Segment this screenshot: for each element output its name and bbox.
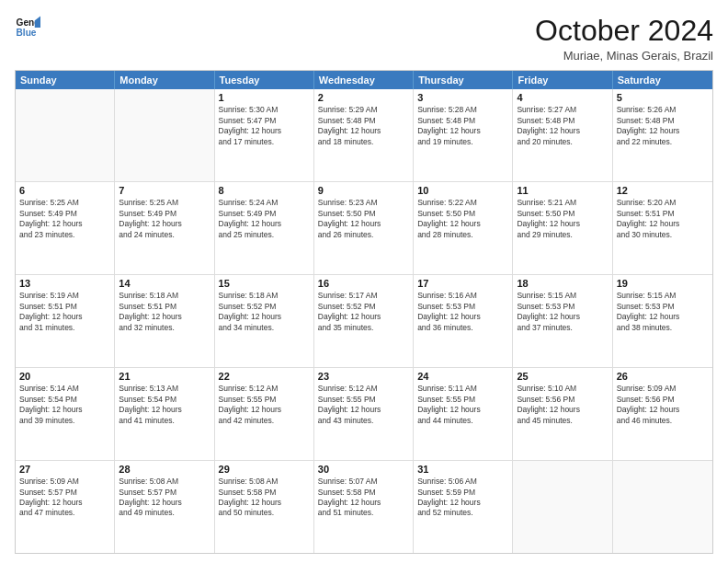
calendar-cell: 30Sunrise: 5:07 AM Sunset: 5:58 PM Dayli… bbox=[314, 461, 414, 553]
day-number: 11 bbox=[517, 185, 608, 196]
calendar-cell: 3Sunrise: 5:28 AM Sunset: 5:48 PM Daylig… bbox=[414, 89, 513, 181]
cell-info: Sunrise: 5:23 AM Sunset: 5:50 PM Dayligh… bbox=[318, 198, 409, 240]
calendar-cell bbox=[613, 461, 712, 553]
calendar-cell: 8Sunrise: 5:24 AM Sunset: 5:49 PM Daylig… bbox=[215, 182, 314, 274]
cell-info: Sunrise: 5:09 AM Sunset: 5:57 PM Dayligh… bbox=[19, 477, 110, 519]
calendar-cell: 2Sunrise: 5:29 AM Sunset: 5:48 PM Daylig… bbox=[314, 89, 414, 181]
logo-icon: General Blue bbox=[15, 15, 40, 40]
calendar-cell: 25Sunrise: 5:10 AM Sunset: 5:56 PM Dayli… bbox=[513, 368, 612, 460]
day-number: 28 bbox=[119, 464, 210, 475]
cell-info: Sunrise: 5:09 AM Sunset: 5:56 PM Dayligh… bbox=[617, 384, 709, 426]
calendar-cell: 24Sunrise: 5:11 AM Sunset: 5:55 PM Dayli… bbox=[414, 368, 513, 460]
calendar-cell bbox=[16, 89, 115, 181]
calendar-cell: 4Sunrise: 5:27 AM Sunset: 5:48 PM Daylig… bbox=[513, 89, 612, 181]
calendar-cell: 17Sunrise: 5:16 AM Sunset: 5:53 PM Dayli… bbox=[414, 275, 513, 367]
calendar-cell: 21Sunrise: 5:13 AM Sunset: 5:54 PM Dayli… bbox=[115, 368, 214, 460]
cell-info: Sunrise: 5:16 AM Sunset: 5:53 PM Dayligh… bbox=[417, 291, 508, 333]
header-sunday: Sunday bbox=[16, 71, 115, 89]
calendar-cell: 26Sunrise: 5:09 AM Sunset: 5:56 PM Dayli… bbox=[613, 368, 712, 460]
day-number: 22 bbox=[219, 371, 310, 382]
cell-info: Sunrise: 5:30 AM Sunset: 5:47 PM Dayligh… bbox=[219, 105, 310, 147]
cell-info: Sunrise: 5:25 AM Sunset: 5:49 PM Dayligh… bbox=[119, 198, 210, 240]
cell-info: Sunrise: 5:14 AM Sunset: 5:54 PM Dayligh… bbox=[19, 384, 110, 426]
day-number: 19 bbox=[617, 278, 709, 289]
calendar-cell: 10Sunrise: 5:22 AM Sunset: 5:50 PM Dayli… bbox=[414, 182, 513, 274]
day-number: 13 bbox=[19, 278, 110, 289]
header-saturday: Saturday bbox=[613, 71, 712, 89]
day-number: 31 bbox=[417, 464, 508, 475]
day-number: 23 bbox=[318, 371, 409, 382]
cell-info: Sunrise: 5:29 AM Sunset: 5:48 PM Dayligh… bbox=[318, 105, 409, 147]
title-block: October 2024 Muriae, Minas Gerais, Brazi… bbox=[535, 15, 713, 63]
cell-info: Sunrise: 5:13 AM Sunset: 5:54 PM Dayligh… bbox=[119, 384, 210, 426]
day-number: 15 bbox=[219, 278, 310, 289]
cell-info: Sunrise: 5:06 AM Sunset: 5:59 PM Dayligh… bbox=[417, 477, 508, 519]
cell-info: Sunrise: 5:28 AM Sunset: 5:48 PM Dayligh… bbox=[417, 105, 508, 147]
calendar-cell: 7Sunrise: 5:25 AM Sunset: 5:49 PM Daylig… bbox=[115, 182, 214, 274]
calendar-header: Sunday Monday Tuesday Wednesday Thursday… bbox=[16, 71, 712, 89]
calendar-cell: 15Sunrise: 5:18 AM Sunset: 5:52 PM Dayli… bbox=[215, 275, 314, 367]
cell-info: Sunrise: 5:17 AM Sunset: 5:52 PM Dayligh… bbox=[318, 291, 409, 333]
header-monday: Monday bbox=[115, 71, 214, 89]
calendar-row-5: 27Sunrise: 5:09 AM Sunset: 5:57 PM Dayli… bbox=[16, 460, 712, 553]
header-friday: Friday bbox=[513, 71, 612, 89]
header-thursday: Thursday bbox=[414, 71, 513, 89]
calendar-body: 1Sunrise: 5:30 AM Sunset: 5:47 PM Daylig… bbox=[16, 89, 712, 553]
calendar-row-1: 1Sunrise: 5:30 AM Sunset: 5:47 PM Daylig… bbox=[16, 89, 712, 181]
svg-text:Blue: Blue bbox=[17, 28, 37, 38]
cell-info: Sunrise: 5:25 AM Sunset: 5:49 PM Dayligh… bbox=[19, 198, 110, 240]
month-title: October 2024 bbox=[535, 15, 713, 47]
location: Muriae, Minas Gerais, Brazil bbox=[535, 49, 713, 63]
logo: General Blue bbox=[15, 15, 40, 40]
day-number: 6 bbox=[19, 185, 110, 196]
calendar-cell: 20Sunrise: 5:14 AM Sunset: 5:54 PM Dayli… bbox=[16, 368, 115, 460]
calendar: Sunday Monday Tuesday Wednesday Thursday… bbox=[15, 70, 713, 554]
cell-info: Sunrise: 5:11 AM Sunset: 5:55 PM Dayligh… bbox=[417, 384, 508, 426]
calendar-cell: 12Sunrise: 5:20 AM Sunset: 5:51 PM Dayli… bbox=[613, 182, 712, 274]
cell-info: Sunrise: 5:21 AM Sunset: 5:50 PM Dayligh… bbox=[517, 198, 608, 240]
header-wednesday: Wednesday bbox=[314, 71, 414, 89]
cell-info: Sunrise: 5:19 AM Sunset: 5:51 PM Dayligh… bbox=[19, 291, 110, 333]
calendar-cell: 29Sunrise: 5:08 AM Sunset: 5:58 PM Dayli… bbox=[215, 461, 314, 553]
calendar-cell: 6Sunrise: 5:25 AM Sunset: 5:49 PM Daylig… bbox=[16, 182, 115, 274]
day-number: 12 bbox=[617, 185, 709, 196]
cell-info: Sunrise: 5:22 AM Sunset: 5:50 PM Dayligh… bbox=[417, 198, 508, 240]
calendar-cell: 31Sunrise: 5:06 AM Sunset: 5:59 PM Dayli… bbox=[414, 461, 513, 553]
page: General Blue October 2024 Muriae, Minas … bbox=[0, 0, 728, 563]
cell-info: Sunrise: 5:18 AM Sunset: 5:52 PM Dayligh… bbox=[219, 291, 310, 333]
day-number: 14 bbox=[119, 278, 210, 289]
cell-info: Sunrise: 5:18 AM Sunset: 5:51 PM Dayligh… bbox=[119, 291, 210, 333]
calendar-cell bbox=[513, 461, 612, 553]
calendar-row-4: 20Sunrise: 5:14 AM Sunset: 5:54 PM Dayli… bbox=[16, 367, 712, 460]
day-number: 3 bbox=[417, 92, 508, 103]
cell-info: Sunrise: 5:15 AM Sunset: 5:53 PM Dayligh… bbox=[517, 291, 608, 333]
day-number: 7 bbox=[119, 185, 210, 196]
calendar-cell bbox=[115, 89, 214, 181]
day-number: 2 bbox=[318, 92, 409, 103]
calendar-cell: 13Sunrise: 5:19 AM Sunset: 5:51 PM Dayli… bbox=[16, 275, 115, 367]
day-number: 25 bbox=[517, 371, 608, 382]
cell-info: Sunrise: 5:10 AM Sunset: 5:56 PM Dayligh… bbox=[517, 384, 608, 426]
calendar-cell: 1Sunrise: 5:30 AM Sunset: 5:47 PM Daylig… bbox=[215, 89, 314, 181]
cell-info: Sunrise: 5:08 AM Sunset: 5:58 PM Dayligh… bbox=[219, 477, 310, 519]
calendar-cell: 16Sunrise: 5:17 AM Sunset: 5:52 PM Dayli… bbox=[314, 275, 414, 367]
cell-info: Sunrise: 5:26 AM Sunset: 5:48 PM Dayligh… bbox=[617, 105, 709, 147]
calendar-row-3: 13Sunrise: 5:19 AM Sunset: 5:51 PM Dayli… bbox=[16, 274, 712, 367]
cell-info: Sunrise: 5:12 AM Sunset: 5:55 PM Dayligh… bbox=[219, 384, 310, 426]
day-number: 9 bbox=[318, 185, 409, 196]
day-number: 17 bbox=[417, 278, 508, 289]
calendar-cell: 14Sunrise: 5:18 AM Sunset: 5:51 PM Dayli… bbox=[115, 275, 214, 367]
calendar-cell: 19Sunrise: 5:15 AM Sunset: 5:53 PM Dayli… bbox=[613, 275, 712, 367]
day-number: 26 bbox=[617, 371, 709, 382]
day-number: 30 bbox=[318, 464, 409, 475]
header-tuesday: Tuesday bbox=[215, 71, 314, 89]
calendar-cell: 27Sunrise: 5:09 AM Sunset: 5:57 PM Dayli… bbox=[16, 461, 115, 553]
day-number: 1 bbox=[219, 92, 310, 103]
day-number: 5 bbox=[617, 92, 709, 103]
cell-info: Sunrise: 5:08 AM Sunset: 5:57 PM Dayligh… bbox=[119, 477, 210, 519]
day-number: 4 bbox=[517, 92, 608, 103]
calendar-cell: 18Sunrise: 5:15 AM Sunset: 5:53 PM Dayli… bbox=[513, 275, 612, 367]
calendar-row-2: 6Sunrise: 5:25 AM Sunset: 5:49 PM Daylig… bbox=[16, 181, 712, 274]
day-number: 24 bbox=[417, 371, 508, 382]
calendar-cell: 28Sunrise: 5:08 AM Sunset: 5:57 PM Dayli… bbox=[115, 461, 214, 553]
